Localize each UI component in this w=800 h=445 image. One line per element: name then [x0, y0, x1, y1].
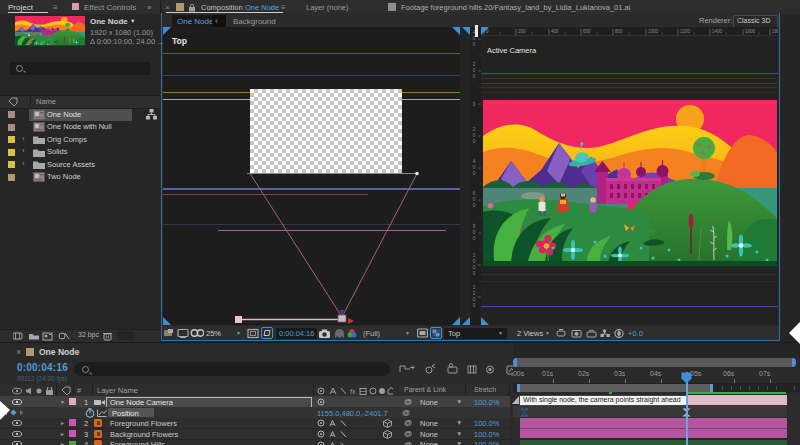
svg-text:0: 0	[473, 74, 476, 79]
svg-text:1: 1	[473, 253, 476, 258]
svg-text:0: 0	[473, 171, 476, 176]
svg-text:0: 0	[473, 259, 476, 264]
svg-text:4: 4	[473, 159, 476, 164]
svg-text:0: 0	[473, 42, 476, 47]
svg-text:0: 0	[473, 203, 476, 208]
svg-text:1: 1	[473, 285, 476, 290]
svg-text:0: 0	[473, 139, 476, 144]
svg-text:0: 0	[473, 271, 476, 276]
svg-text:0: 0	[473, 236, 476, 241]
svg-text:0: 0	[473, 230, 476, 235]
svg-text:0: 0	[473, 165, 476, 170]
svg-text:0: 0	[473, 102, 476, 107]
svg-text:2: 2	[473, 62, 476, 67]
svg-text:0: 0	[473, 297, 476, 302]
svg-text:fx: fx	[350, 388, 356, 395]
svg-text:0: 0	[473, 303, 476, 308]
svg-text:2: 2	[473, 291, 476, 296]
svg-text:0: 0	[473, 133, 476, 138]
svg-text:2: 2	[473, 127, 476, 132]
svg-text:0: 0	[473, 68, 476, 73]
svg-text:6: 6	[473, 191, 476, 196]
svg-text:0: 0	[473, 265, 476, 270]
svg-text:0: 0	[473, 197, 476, 202]
svg-text:8: 8	[473, 224, 476, 229]
